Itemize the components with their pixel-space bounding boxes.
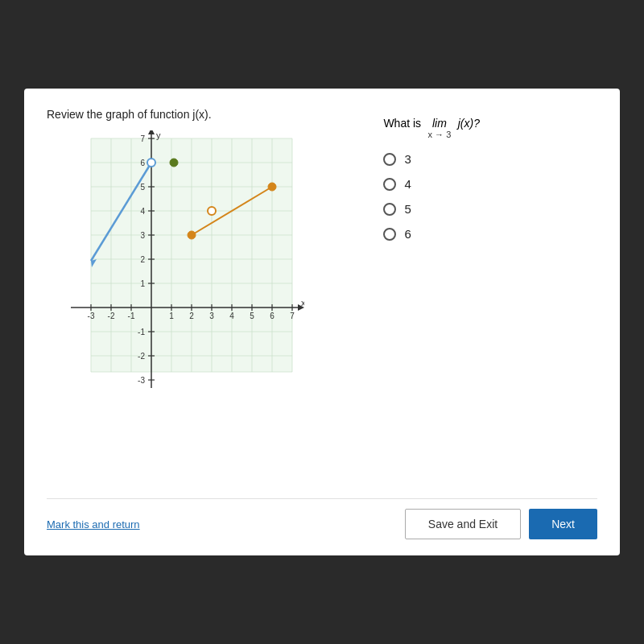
radio-4[interactable]: [383, 178, 396, 191]
graph-svg: -3 -2 -1 1 2 3 4 5: [47, 130, 304, 428]
option-6-label: 6: [404, 227, 411, 241]
svg-text:7: 7: [290, 312, 295, 320]
svg-text:-3: -3: [138, 376, 145, 385]
svg-text:6: 6: [270, 312, 275, 320]
x-axis-label: x: [301, 298, 304, 308]
mark-return-link[interactable]: Mark this and return: [47, 518, 140, 530]
option-3-label: 3: [404, 152, 411, 166]
radio-6[interactable]: [383, 228, 396, 241]
svg-text:5: 5: [250, 312, 254, 320]
svg-text:5: 5: [140, 183, 145, 192]
limit-func: j(x)?: [458, 117, 480, 130]
svg-text:2: 2: [189, 312, 194, 320]
option-5-label: 5: [404, 202, 411, 216]
main-card: Review the graph of function j(x).: [24, 89, 620, 555]
limit-label: lim: [432, 117, 447, 130]
limit-subscript: x → 3: [428, 130, 452, 139]
right-panel: What is lim x → 3 j(x)? 3 4: [383, 108, 597, 476]
y-axis-label: y: [156, 130, 161, 140]
svg-text:-2: -2: [138, 352, 145, 361]
svg-point-70: [170, 159, 178, 167]
svg-point-71: [188, 231, 196, 239]
svg-text:1: 1: [140, 279, 145, 288]
svg-text:-3: -3: [88, 312, 95, 320]
radio-5[interactable]: [383, 203, 396, 216]
option-4-label: 4: [404, 177, 411, 191]
option-3[interactable]: 3: [383, 152, 597, 166]
svg-marker-26: [148, 130, 155, 134]
left-panel: Review the graph of function j(x).: [47, 108, 367, 476]
next-button[interactable]: Next: [529, 509, 597, 539]
svg-point-73: [268, 183, 276, 191]
footer-buttons: Save and Exit Next: [405, 509, 597, 539]
option-6[interactable]: 6: [383, 227, 597, 241]
svg-text:4: 4: [229, 312, 234, 320]
svg-text:4: 4: [140, 207, 145, 216]
graph-container: -3 -2 -1 1 2 3 4 5: [47, 130, 304, 428]
answer-options: 3 4 5 6: [383, 152, 597, 241]
option-4[interactable]: 4: [383, 177, 597, 191]
svg-text:7: 7: [140, 134, 145, 143]
left-title: Review the graph of function j(x).: [47, 108, 367, 121]
svg-text:1: 1: [169, 312, 174, 320]
svg-text:3: 3: [209, 312, 214, 320]
save-exit-button[interactable]: Save and Exit: [405, 509, 521, 539]
svg-text:-1: -1: [138, 328, 145, 336]
svg-text:-2: -2: [108, 312, 115, 320]
svg-text:3: 3: [140, 231, 145, 240]
svg-text:6: 6: [140, 159, 145, 167]
svg-point-72: [208, 207, 216, 215]
svg-point-69: [147, 159, 155, 167]
footer: Mark this and return Save and Exit Next: [47, 498, 597, 539]
what-is-label: What is: [383, 117, 421, 130]
question-header: What is lim x → 3 j(x)?: [383, 116, 597, 139]
radio-3[interactable]: [383, 153, 396, 166]
svg-text:-1: -1: [128, 312, 135, 320]
svg-text:2: 2: [140, 255, 145, 264]
option-5[interactable]: 5: [383, 202, 597, 216]
